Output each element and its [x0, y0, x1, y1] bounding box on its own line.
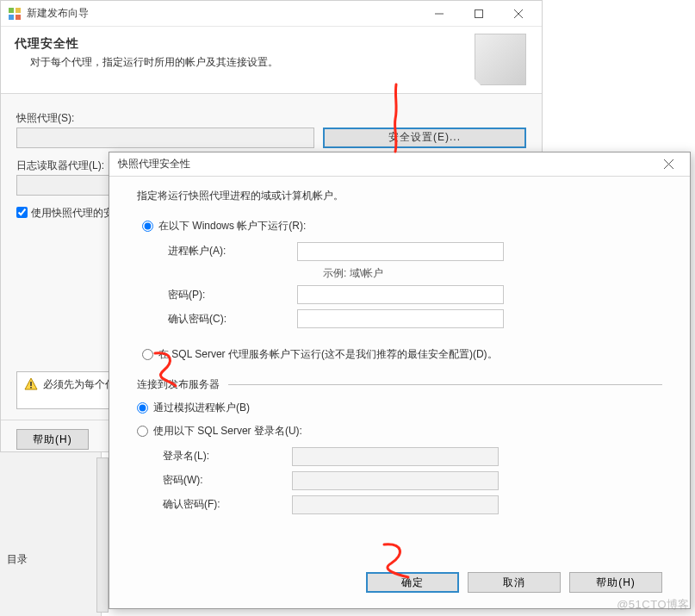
impersonate-radio[interactable]: 通过模拟进程帐户(B) [137, 401, 662, 415]
ide-tab-strip [96, 457, 109, 613]
dialog-instruction: 指定将运行快照代理进程的域或计算机帐户。 [137, 189, 662, 203]
cancel-button[interactable]: 取消 [468, 572, 561, 593]
watermark: @51CTO博客 [617, 597, 690, 613]
connect-publisher-legend: 连接到发布服务器 [137, 377, 220, 392]
process-account-input[interactable] [297, 242, 504, 261]
wizard-decor-icon [475, 34, 526, 85]
maximize-icon [475, 9, 483, 18]
maximize-button[interactable] [459, 1, 499, 26]
login-label: 登录名(L): [163, 449, 292, 464]
wizard-title: 新建发布向导 [27, 6, 419, 21]
fieldset-divider [228, 384, 662, 385]
svg-rect-0 [9, 8, 14, 13]
svg-rect-2 [9, 15, 14, 20]
security-settings-button[interactable]: 安全设置(E)... [323, 128, 526, 148]
dialog-body: 指定将运行快照代理进程的域或计算机帐户。 在以下 Windows 帐户下运行(R… [109, 177, 690, 514]
wizard-subtext: 对于每个代理，指定运行时所用的帐户及其连接设置。 [30, 55, 528, 70]
sql-login-form: 登录名(L): 密码(W): 确认密码(F): [163, 447, 662, 514]
warning-icon [24, 377, 38, 395]
password-input[interactable] [297, 285, 504, 304]
ide-panel: 目录 [0, 452, 102, 616]
dialog-titlebar: 快照代理安全性 [109, 152, 690, 177]
close-button[interactable] [499, 1, 538, 26]
wizard-heading: 代理安全性 [15, 35, 528, 53]
confirm-password2-input[interactable] [292, 495, 499, 514]
snapshot-agent-label: 快照代理(S): [16, 111, 526, 126]
account-example-hint: 示例: 域\帐户 [323, 266, 662, 281]
svg-rect-9 [30, 387, 32, 389]
confirm-password-input[interactable] [297, 309, 504, 328]
run-as-windows-label: 在以下 Windows 帐户下运行(R): [158, 219, 306, 233]
close-icon [664, 159, 673, 169]
connect-publisher-fieldset: 连接到发布服务器 通过模拟进程帐户(B) 使用以下 SQL Server 登录名… [137, 377, 662, 513]
run-as-sqlagent-input[interactable] [142, 349, 153, 360]
svg-rect-3 [16, 15, 21, 20]
wizard-help-button[interactable]: 帮助(H) [16, 429, 89, 450]
snapshot-agent-field [16, 128, 314, 148]
sql-login-input[interactable] [137, 426, 148, 437]
dialog-footer: 确定 取消 帮助(H) [366, 572, 662, 593]
confirm-password-label: 确认密码(C): [168, 312, 297, 327]
svg-rect-1 [16, 8, 21, 13]
impersonate-label: 通过模拟进程帐户(B) [153, 401, 250, 415]
sql-login-label: 使用以下 SQL Server 登录名(U): [153, 424, 302, 439]
process-account-label: 进程帐户(A): [168, 244, 297, 258]
snapshot-agent-security-dialog: 快照代理安全性 指定将运行快照代理进程的域或计算机帐户。 在以下 Windows… [109, 152, 691, 609]
wizard-app-icon [8, 7, 22, 21]
password2-label: 密码(W): [163, 473, 292, 488]
warning-text: 必须先为每个代 [43, 377, 115, 392]
use-snapshot-settings-label: 使用快照代理的安 [31, 206, 114, 221]
ok-button[interactable]: 确定 [366, 572, 459, 593]
wizard-header: 代理安全性 对于每个代理，指定运行时所用的帐户及其连接设置。 [1, 27, 542, 94]
sql-login-radio[interactable]: 使用以下 SQL Server 登录名(U): [137, 424, 662, 439]
minimize-button[interactable] [419, 1, 459, 26]
password2-input[interactable] [292, 471, 499, 490]
svg-rect-5 [475, 9, 483, 17]
run-as-sqlagent-label: 在 SQL Server 代理服务帐户下运行(这不是我们推荐的最佳安全配置)(D… [158, 347, 498, 362]
impersonate-input[interactable] [137, 402, 148, 414]
wizard-titlebar: 新建发布向导 [1, 1, 542, 27]
password-label: 密码(P): [168, 288, 297, 302]
svg-rect-8 [30, 382, 32, 386]
dialog-close-button[interactable] [650, 152, 686, 176]
confirm-password2-label: 确认密码(F): [163, 497, 292, 512]
windows-account-form: 进程帐户(A): 示例: 域\帐户 密码(P): 确认密码(C): [168, 242, 662, 329]
use-snapshot-settings-input[interactable] [16, 207, 28, 218]
close-icon [514, 9, 523, 18]
run-as-windows-radio[interactable]: 在以下 Windows 帐户下运行(R): [142, 219, 662, 233]
run-as-group: 在以下 Windows 帐户下运行(R): 进程帐户(A): 示例: 域\帐户 … [142, 219, 662, 362]
ide-panel-label: 目录 [7, 552, 94, 567]
help-button[interactable]: 帮助(H) [569, 572, 662, 593]
login-input[interactable] [292, 447, 499, 466]
minimize-icon [435, 9, 444, 18]
run-as-sqlagent-radio[interactable]: 在 SQL Server 代理服务帐户下运行(这不是我们推荐的最佳安全配置)(D… [142, 347, 662, 362]
dialog-title: 快照代理安全性 [118, 157, 650, 171]
run-as-windows-input[interactable] [142, 221, 153, 232]
